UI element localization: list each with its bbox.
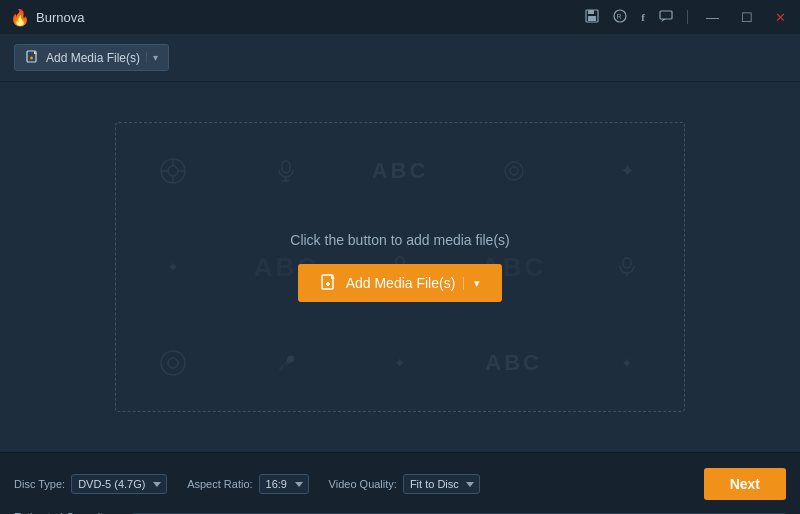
svg-rect-5: [660, 11, 672, 19]
facebook-icon[interactable]: f: [641, 11, 645, 23]
svg-point-19: [505, 162, 523, 180]
aspect-ratio-group: Aspect Ratio: 16:9 4:3: [187, 474, 308, 494]
wm-mic-4: 🎤: [230, 315, 344, 411]
wm-film-1: [116, 123, 230, 219]
wm-film-2: [457, 123, 571, 219]
video-quality-label: Video Quality:: [329, 478, 397, 490]
disc-type-group: Disc Type: DVD-5 (4.7G) DVD-9 (8.5G) BD-…: [14, 474, 167, 494]
wm-abc-1: ABC: [343, 123, 457, 219]
add-media-main-label: Add Media File(s): [346, 275, 456, 291]
bottombar: Disc Type: DVD-5 (4.7G) DVD-9 (8.5G) BD-…: [0, 452, 800, 514]
save-icon[interactable]: [585, 9, 599, 26]
minimize-button[interactable]: —: [702, 8, 723, 27]
maximize-button[interactable]: ☐: [737, 8, 757, 27]
titlebar-right: R f — ☐ ✕: [585, 8, 790, 27]
toolbar: Add Media File(s) ▾: [0, 34, 800, 82]
wm-star-3: ✦: [343, 315, 457, 411]
svg-point-20: [510, 167, 518, 175]
svg-point-11: [168, 166, 178, 176]
svg-rect-2: [588, 16, 596, 21]
wm-star-2: ✦: [116, 219, 230, 315]
wm-mic-1: [230, 123, 344, 219]
add-media-toolbar-button[interactable]: Add Media File(s) ▾: [14, 44, 169, 71]
wm-abc-4: ABC: [457, 315, 571, 411]
main-dropdown-arrow-icon[interactable]: ▾: [463, 277, 480, 290]
disc-type-label: Disc Type:: [14, 478, 65, 490]
add-media-main-button[interactable]: Add Media File(s) ▾: [298, 264, 503, 302]
svg-point-25: [161, 351, 185, 375]
titlebar-left: 🔥 Burnova: [10, 8, 84, 27]
app-title: Burnova: [36, 10, 84, 25]
svg-point-26: [168, 358, 178, 368]
toolbar-dropdown-arrow-icon[interactable]: ▾: [146, 52, 158, 63]
add-file-icon: [25, 50, 40, 65]
disc-type-select[interactable]: DVD-5 (4.7G) DVD-9 (8.5G) BD-25 BD-50: [71, 474, 167, 494]
svg-rect-23: [623, 258, 631, 268]
titlebar: 🔥 Burnova R f — ☐ ✕: [0, 0, 800, 34]
wm-star-1: ✦: [570, 123, 684, 219]
aspect-ratio-select[interactable]: 16:9 4:3: [259, 474, 309, 494]
app-logo-icon: 🔥: [10, 8, 30, 27]
svg-text:R: R: [617, 13, 622, 20]
dropzone: ABC ✦ ✦ ABC ABC 🎤 ✦ ABC ✦ Clic: [115, 122, 685, 412]
wm-mic-3: [570, 219, 684, 315]
aspect-ratio-label: Aspect Ratio:: [187, 478, 252, 490]
wm-film-3: [116, 315, 230, 411]
register-icon[interactable]: R: [613, 9, 627, 26]
dropzone-instruction-text: Click the button to add media file(s): [290, 232, 509, 248]
add-file-main-icon: [320, 274, 338, 292]
video-quality-group: Video Quality: Fit to Disc High Medium L…: [329, 474, 480, 494]
svg-point-10: [161, 159, 185, 183]
feedback-icon[interactable]: [659, 9, 673, 26]
bottombar-controls: Disc Type: DVD-5 (4.7G) DVD-9 (8.5G) BD-…: [14, 459, 786, 509]
next-button[interactable]: Next: [704, 468, 786, 500]
main-content: ABC ✦ ✦ ABC ABC 🎤 ✦ ABC ✦ Clic: [0, 82, 800, 452]
video-quality-select[interactable]: Fit to Disc High Medium Low: [403, 474, 480, 494]
close-button[interactable]: ✕: [771, 8, 790, 27]
add-media-toolbar-label: Add Media File(s): [46, 51, 140, 65]
svg-rect-16: [282, 161, 290, 173]
wm-star-4: ✦: [570, 315, 684, 411]
svg-rect-1: [588, 10, 594, 14]
